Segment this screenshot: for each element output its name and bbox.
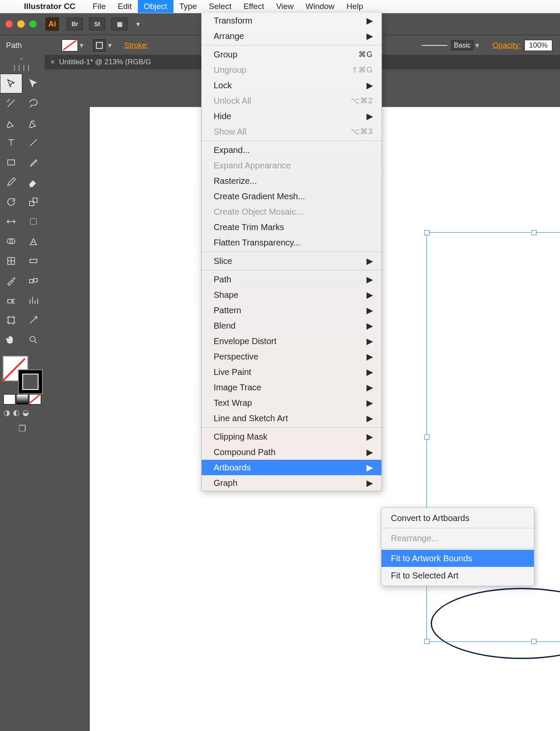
magic-wand-tool[interactable] xyxy=(0,93,22,113)
menu-item-line-and-sketch-art[interactable]: Line and Sketch Art▶ xyxy=(202,410,381,426)
line-segment-tool[interactable] xyxy=(22,133,45,153)
scale-tool[interactable] xyxy=(22,192,45,212)
column-graph-tool[interactable] xyxy=(22,291,45,310)
menu-item-shape[interactable]: Shape▶ xyxy=(202,287,381,303)
blend-tool[interactable] xyxy=(22,271,45,291)
opacity-value[interactable]: 100% xyxy=(524,40,552,51)
menu-item-rasterize[interactable]: Rasterize... xyxy=(202,173,381,189)
color-mode-none[interactable] xyxy=(29,394,41,404)
menu-select[interactable]: Select xyxy=(203,0,238,13)
menu-item-flatten-transparency[interactable]: Flatten Transparency... xyxy=(202,235,381,250)
menu-item-create-trim-marks[interactable]: Create Trim Marks xyxy=(202,219,381,235)
hand-tool[interactable] xyxy=(0,330,22,350)
submenu-item-convert-to-artboards[interactable]: Convert to Artboards xyxy=(381,509,534,527)
app-name[interactable]: Illustrator CC xyxy=(18,0,81,13)
artboard-tool[interactable] xyxy=(0,310,22,330)
menu-item-live-paint[interactable]: Live Paint▶ xyxy=(202,364,381,380)
menu-item-blend[interactable]: Blend▶ xyxy=(202,318,381,333)
color-mode-solid[interactable] xyxy=(3,394,15,404)
menu-item-slice[interactable]: Slice▶ xyxy=(202,253,381,269)
menu-item-image-trace[interactable]: Image Trace▶ xyxy=(202,380,381,395)
menu-item-create-gradient-mesh[interactable]: Create Gradient Mesh... xyxy=(202,189,381,204)
selection-tool[interactable] xyxy=(0,74,22,93)
minimize-window-button[interactable] xyxy=(17,20,25,28)
menu-item-path[interactable]: Path▶ xyxy=(202,272,381,287)
curvature-tool[interactable] xyxy=(22,113,45,133)
menu-item-text-wrap[interactable]: Text Wrap▶ xyxy=(202,395,381,410)
slice-tool[interactable] xyxy=(22,310,45,330)
submenu-item-fit-to-selected-art[interactable]: Fit to Selected Art xyxy=(381,567,534,584)
mesh-tool[interactable] xyxy=(0,251,22,271)
opacity-label[interactable]: Opacity: xyxy=(492,41,521,50)
paintbrush-tool[interactable] xyxy=(22,153,45,172)
rectangle-tool[interactable] xyxy=(0,153,22,172)
pen-tool[interactable] xyxy=(0,113,22,133)
resize-handle[interactable] xyxy=(424,230,429,235)
menu-item-envelope-distort[interactable]: Envelope Distort▶ xyxy=(202,333,381,349)
fill-stroke-control[interactable] xyxy=(0,354,45,392)
menu-item-graph[interactable]: Graph▶ xyxy=(202,475,381,491)
shape-builder-tool[interactable] xyxy=(0,231,22,251)
resize-handle[interactable] xyxy=(424,434,429,440)
zoom-window-button[interactable] xyxy=(29,20,37,28)
menu-item-group[interactable]: Group⌘G xyxy=(202,47,381,62)
menu-edit[interactable]: Edit xyxy=(112,0,138,13)
pencil-tool[interactable] xyxy=(0,172,22,192)
eraser-tool[interactable] xyxy=(22,172,45,192)
stroke-style-button[interactable] xyxy=(93,39,105,51)
stroke-label[interactable]: Stroke: xyxy=(124,41,149,50)
menu-item-expand[interactable]: Expand... xyxy=(202,142,381,158)
free-transform-tool[interactable] xyxy=(22,212,45,231)
screen-mode-button[interactable]: ❐ xyxy=(18,423,26,434)
panel-grip-icon[interactable]: « xyxy=(0,55,45,64)
brush-dropdown-icon[interactable]: ▾ xyxy=(475,41,481,50)
rotate-tool[interactable] xyxy=(0,192,22,212)
draw-inside-icon[interactable]: ◒ xyxy=(22,408,29,417)
fill-dropdown-icon[interactable]: ▾ xyxy=(80,41,86,50)
close-tab-button[interactable]: × xyxy=(51,58,55,66)
brush-name[interactable]: Basic xyxy=(451,40,474,51)
menu-item-arrange[interactable]: Arrange▶ xyxy=(202,28,381,44)
stock-button[interactable]: St xyxy=(89,18,105,30)
perspective-grid-tool[interactable] xyxy=(22,231,45,251)
lasso-tool[interactable] xyxy=(22,93,45,113)
menu-object[interactable]: Object xyxy=(138,0,173,13)
menu-item-transform[interactable]: Transform▶ xyxy=(202,13,381,28)
color-mode-gradient[interactable] xyxy=(16,394,28,404)
menu-type[interactable]: Type xyxy=(173,0,203,13)
type-tool[interactable] xyxy=(0,133,22,153)
menu-effect[interactable]: Effect xyxy=(238,0,270,13)
submenu-item-fit-to-artwork-bounds[interactable]: Fit to Artwork Bounds xyxy=(381,550,534,567)
stroke-color-icon[interactable] xyxy=(18,369,43,394)
stroke-dropdown-icon[interactable]: ▾ xyxy=(108,41,114,50)
resize-handle[interactable] xyxy=(424,639,429,644)
draw-behind-icon[interactable]: ◐ xyxy=(13,408,20,417)
menu-file[interactable]: File xyxy=(86,0,112,13)
menu-view[interactable]: View xyxy=(270,0,300,13)
symbol-sprayer-tool[interactable] xyxy=(0,291,22,310)
close-window-button[interactable] xyxy=(5,20,13,28)
menu-item-hide[interactable]: Hide▶ xyxy=(202,108,381,124)
menu-item-clipping-mask[interactable]: Clipping Mask▶ xyxy=(202,429,381,444)
menu-item-pattern[interactable]: Pattern▶ xyxy=(202,303,381,318)
menu-item-artboards[interactable]: Artboards▶ xyxy=(202,460,381,475)
fill-swatch[interactable] xyxy=(62,39,78,51)
direct-selection-tool[interactable] xyxy=(22,74,45,93)
width-tool[interactable] xyxy=(0,212,22,231)
bridge-button[interactable]: Br xyxy=(67,18,83,30)
resize-handle[interactable] xyxy=(531,230,536,235)
resize-handle[interactable] xyxy=(531,639,536,644)
menu-window[interactable]: Window xyxy=(300,0,341,13)
menu-item-compound-path[interactable]: Compound Path▶ xyxy=(202,444,381,460)
eyedropper-tool[interactable] xyxy=(0,271,22,291)
panel-handle-icon[interactable]: ┃┃┃┃ xyxy=(0,64,45,74)
zoom-tool[interactable] xyxy=(22,330,45,350)
document-tab-title[interactable]: Untitled-1* @ 213% (RGB/G xyxy=(59,58,151,66)
gradient-tool[interactable] xyxy=(22,251,45,271)
arrange-documents-button[interactable]: ▦ xyxy=(111,18,128,30)
menu-item-lock[interactable]: Lock▶ xyxy=(202,78,381,93)
draw-normal-icon[interactable]: ◑ xyxy=(3,408,10,417)
arrange-documents-dropdown[interactable]: ▾ xyxy=(134,18,142,30)
menu-help[interactable]: Help xyxy=(340,0,369,13)
menu-item-perspective[interactable]: Perspective▶ xyxy=(202,349,381,364)
